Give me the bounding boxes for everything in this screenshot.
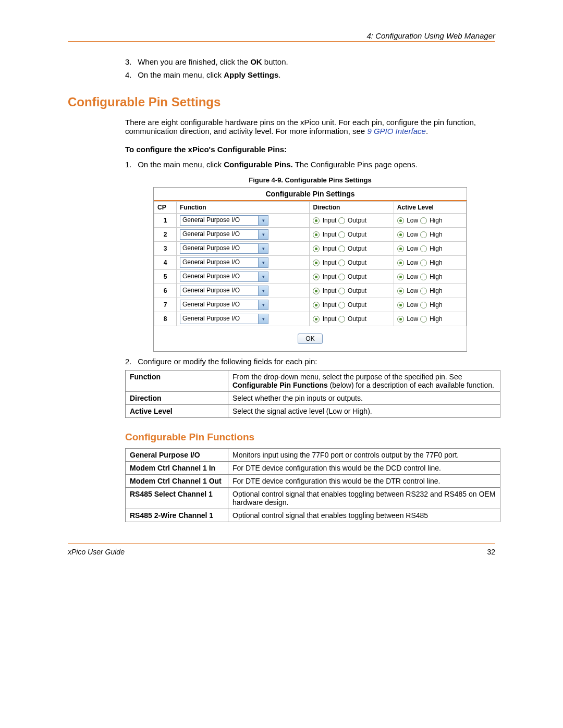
func-modem-out-val: For DTE device configuration this would … [228, 475, 500, 488]
function-dropdown[interactable]: General Purpose I/O▾ [180, 229, 268, 240]
active-level-high-radio[interactable] [420, 231, 427, 238]
direction-output-radio[interactable] [338, 260, 345, 266]
pin-row: 4General Purpose I/O▾ Input Output Low H… [154, 256, 467, 270]
step-1-text-a: On the main menu, click [138, 160, 224, 169]
active-level-high-radio[interactable] [420, 260, 427, 266]
section-heading-configurable-pin-functions: Configurable Pin Functions [125, 431, 495, 443]
chevron-down-icon[interactable]: ▾ [258, 300, 268, 310]
active-level-high-radio[interactable] [420, 245, 427, 252]
def-direction-val: Select whether the pin inputs or outputs… [228, 392, 500, 405]
header-rule [68, 41, 495, 42]
direction-input-radio[interactable] [313, 288, 320, 294]
active-level-low-radio[interactable] [397, 231, 404, 238]
active-level-high-radio[interactable] [420, 217, 427, 224]
footer-title: xPico User Guide [68, 548, 125, 556]
table-row: RS485 Select Channel 1 Optional control … [126, 488, 500, 509]
pin-cp: 8 [154, 312, 177, 326]
direction-input-radio[interactable] [313, 245, 320, 252]
pin-cp: 6 [154, 284, 177, 298]
active-level-low-radio[interactable] [397, 217, 404, 224]
def-function-val: From the drop-down menu, select the purp… [228, 371, 500, 392]
active-level-low-radio[interactable] [397, 302, 404, 309]
def-direction-key: Direction [126, 392, 228, 405]
function-dropdown[interactable]: General Purpose I/O▾ [180, 314, 268, 324]
active-level-high-radio[interactable] [420, 274, 427, 280]
table-row: Function From the drop-down menu, select… [126, 371, 500, 392]
def-active-level-val: Select the signal active level (Low or H… [228, 405, 500, 418]
function-dropdown[interactable]: General Purpose I/O▾ [180, 257, 268, 268]
function-dropdown-value: General Purpose I/O [180, 257, 258, 268]
step-3-text-a: When you are finished, click the [138, 57, 250, 66]
func-gpio-val: Monitors input using the 77F0 port or co… [228, 449, 500, 462]
func-rs485-select-val: Optional control signal that enables tog… [228, 488, 500, 509]
direction-output-radio[interactable] [338, 302, 345, 309]
direction-output-radio[interactable] [338, 288, 345, 294]
table-row: Modem Ctrl Channel 1 Out For DTE device … [126, 475, 500, 488]
chevron-down-icon[interactable]: ▾ [258, 229, 268, 240]
active-level-low-radio[interactable] [397, 260, 404, 266]
active-level-low-radio[interactable] [397, 288, 404, 294]
func-rs485-2wire-val: Optional control signal that enables tog… [228, 509, 500, 522]
step-4-text-c: . [278, 70, 280, 79]
gpio-interface-link[interactable]: 9 GPIO Interface [367, 127, 426, 135]
func-modem-in-val: For DTE device configuration this would … [228, 462, 500, 475]
func-rs485-2wire-key: RS485 2-Wire Channel 1 [126, 509, 228, 522]
direction-output-radio[interactable] [338, 245, 345, 252]
direction-input-radio[interactable] [313, 217, 320, 224]
pin-cp: 7 [154, 298, 177, 312]
step-2: 2. Configure or modify the following fie… [125, 357, 495, 366]
active-level-high-radio[interactable] [420, 302, 427, 309]
function-dropdown[interactable]: General Purpose I/O▾ [180, 272, 268, 282]
active-level-low-radio[interactable] [397, 274, 404, 280]
function-dropdown-value: General Purpose I/O [180, 314, 258, 324]
function-dropdown[interactable]: General Purpose I/O▾ [180, 286, 268, 296]
active-level-high-radio[interactable] [420, 316, 427, 323]
step-2-num: 2. [125, 357, 136, 366]
function-dropdown[interactable]: General Purpose I/O▾ [180, 243, 268, 254]
function-dropdown-value: General Purpose I/O [180, 243, 258, 254]
chevron-down-icon[interactable]: ▾ [258, 243, 268, 254]
step-3: 3. When you are finished, click the OK b… [125, 57, 495, 66]
step-1: 1. On the main menu, click Configurable … [125, 160, 495, 169]
chevron-down-icon[interactable]: ▾ [258, 257, 268, 268]
direction-input-radio[interactable] [313, 260, 320, 266]
table-row: Direction Select whether the pin inputs … [126, 392, 500, 405]
pin-cp: 2 [154, 228, 177, 242]
active-level-low-radio[interactable] [397, 245, 404, 252]
pins-table: CP Function Direction Active Level 1Gene… [154, 201, 467, 326]
direction-output-radio[interactable] [338, 274, 345, 280]
func-modem-in-key: Modem Ctrl Channel 1 In [126, 462, 228, 475]
active-level-low-radio[interactable] [397, 316, 404, 323]
def-function-val-a: From the drop-down menu, select the purp… [232, 373, 462, 381]
panel-title: Configurable Pin Settings [154, 188, 467, 201]
chevron-down-icon[interactable]: ▾ [258, 272, 268, 282]
step-1-num: 1. [125, 160, 136, 169]
step-2-text: Configure or modify the following fields… [138, 357, 317, 366]
col-cp: CP [154, 202, 177, 214]
ok-button[interactable]: OK [298, 334, 322, 344]
pin-functions-table: General Purpose I/O Monitors input using… [125, 448, 500, 522]
direction-output-radio[interactable] [338, 316, 345, 323]
function-dropdown-value: General Purpose I/O [180, 286, 258, 296]
direction-input-radio[interactable] [313, 231, 320, 238]
chevron-down-icon[interactable]: ▾ [258, 215, 268, 226]
step-1-text-c: The Configurable Pins page opens. [293, 160, 418, 169]
direction-output-radio[interactable] [338, 217, 345, 224]
direction-output-radio[interactable] [338, 231, 345, 238]
chevron-down-icon[interactable]: ▾ [258, 314, 268, 324]
direction-input-radio[interactable] [313, 274, 320, 280]
pin-row: 7General Purpose I/O▾ Input Output Low H… [154, 298, 467, 312]
function-dropdown[interactable]: General Purpose I/O▾ [180, 300, 268, 310]
func-gpio-key: General Purpose I/O [126, 449, 228, 462]
def-function-key: Function [126, 371, 228, 392]
table-row: Active Level Select the signal active le… [126, 405, 500, 418]
def-function-val-b: Configurable Pin Functions [232, 381, 328, 389]
step-3-text-c: button. [262, 57, 288, 66]
col-direction: Direction [310, 202, 394, 214]
chevron-down-icon[interactable]: ▾ [258, 286, 268, 296]
section-heading-configurable-pin-settings: Configurable Pin Settings [68, 95, 495, 109]
direction-input-radio[interactable] [313, 316, 320, 323]
direction-input-radio[interactable] [313, 302, 320, 309]
function-dropdown[interactable]: General Purpose I/O▾ [180, 215, 268, 226]
active-level-high-radio[interactable] [420, 288, 427, 294]
